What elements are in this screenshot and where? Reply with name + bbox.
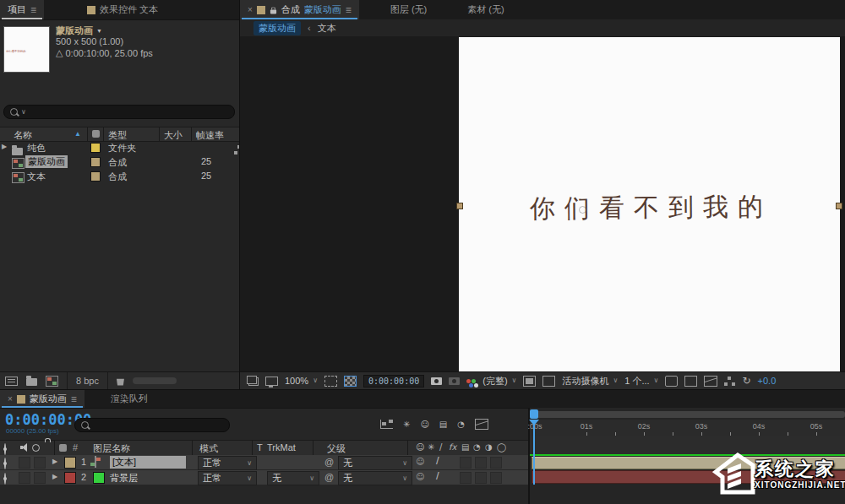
tab-layer[interactable]: 图层 (无) [383,0,434,19]
motion-blur-switch-icon[interactable]: ◔ [473,443,481,452]
adjustment-switch-icon[interactable]: ◑ [485,443,493,452]
parent-column[interactable]: 父级 [327,442,346,455]
exposure-value[interactable]: +0.0 [758,376,777,386]
t-column[interactable]: T [257,442,263,453]
layer-name[interactable]: 背景层 [110,472,138,485]
new-composition-icon[interactable] [46,376,58,387]
panel-menu-icon[interactable]: ≡ [30,4,36,16]
label-color-swatch[interactable] [90,143,101,153]
search-options-chevron-icon[interactable]: ∨ [21,109,26,116]
caret-down-icon[interactable]: ▼ [96,28,102,34]
canvas-text[interactable]: 你们看不到我的 [530,190,772,227]
mini-flowchart-icon[interactable] [724,377,735,386]
audio-toggle[interactable] [19,472,30,484]
layer-row[interactable]: ▶ 1 [文本] 正常 ∨ @ 无 ∨ ☺ / [0,455,528,469]
project-thumbnail[interactable]: 你们看不到我的 [3,26,50,73]
quality-toggle-icon[interactable]: / [436,457,439,465]
horizontal-scrollbar[interactable] [133,377,177,384]
channel-rgb-icon[interactable] [466,379,471,383]
expand-arrow-icon[interactable]: ▶ [2,143,7,150]
video-column-eye-icon[interactable] [4,443,6,455]
pickwhip-icon[interactable]: @ [324,457,334,467]
shy-toggle-icon[interactable]: ☺ [416,473,424,481]
lock-icon[interactable] [270,9,276,14]
tab-effect-controls[interactable]: 效果控件 文本 [79,0,166,19]
layer-visibility-eye-icon[interactable] [4,473,6,485]
frame-blend-icon[interactable]: ▤ [439,420,447,429]
solo-column-icon[interactable] [32,444,40,452]
table-row[interactable]: 文本 合成 25 [0,169,239,183]
tab-project[interactable]: 项目 ≡ [0,0,44,19]
draft-3d-icon[interactable]: ✳ [403,420,410,429]
comp-timecode[interactable]: 0:00:00:00 [363,375,424,387]
tab-footage[interactable]: 素材 (无) [460,0,511,19]
trkmat-dropdown[interactable]: 无 ∨ [267,471,319,485]
reset-exposure-icon[interactable]: ↻ [742,376,750,386]
mode-column[interactable]: 模式 [199,442,218,455]
tab-render-queue[interactable]: 渲染队列 [103,390,155,408]
layer-visibility-eye-icon[interactable] [4,458,6,469]
magnification-dropdown[interactable]: 100% ∨ [285,376,318,386]
panel-menu-icon[interactable]: ≡ [71,393,77,405]
comp-canvas[interactable]: 你们看不到我的 [459,37,840,371]
switch-box[interactable] [475,457,487,469]
layer-handle-left[interactable] [456,203,463,209]
comp-mini-flowchart-icon[interactable] [380,420,393,429]
audio-toggle[interactable] [19,457,30,469]
frame-blend-switch-icon[interactable]: ▤ [461,443,469,452]
switch-box[interactable] [460,472,472,484]
project-search-input[interactable]: ∨ [3,105,235,119]
view-layout-icon[interactable] [665,376,678,387]
solo-toggle[interactable] [34,457,46,469]
time-indicator-head[interactable] [530,409,538,419]
breadcrumb-current[interactable]: 蒙版动画 [254,21,301,35]
timeline-button-icon[interactable] [684,376,697,387]
trkmat-column[interactable]: TrkMat [267,442,296,453]
graph-editor-icon[interactable] [475,419,488,430]
screen-icon[interactable] [265,377,278,386]
table-row[interactable]: 蒙版动画 合成 25 [0,154,239,169]
layer-handle-right[interactable] [836,203,842,209]
row-name[interactable]: 蒙版动画 [25,155,68,168]
blend-mode-dropdown[interactable]: 正常 ∨ [198,456,257,470]
time-ruler[interactable]: :00s 01s 02s 03s 04s 05s [530,420,845,436]
parent-dropdown[interactable]: 无 ∨ [338,471,412,485]
view-count-dropdown[interactable]: 1 个... ∨ [624,375,658,387]
layer-label-swatch[interactable] [64,457,76,469]
snapshot-camera-icon[interactable] [431,377,442,385]
row-name[interactable]: 文本 [27,171,46,183]
switch-box[interactable] [460,457,472,469]
layer-name-column[interactable]: 图层名称 [93,442,130,455]
transparency-grid-icon[interactable] [344,376,357,387]
sort-asc-icon[interactable]: ▲ [74,130,81,138]
camera-view-dropdown[interactable]: 活动摄像机 ∨ [562,375,618,387]
comp-viewer[interactable]: 你们看不到我的 [240,36,845,371]
row-name[interactable]: 纯色 [27,142,46,154]
interpret-footage-icon[interactable] [5,377,18,386]
threed-switch-icon[interactable]: ◯ [497,443,506,452]
table-row[interactable]: ▶ 纯色 文件夹 [0,140,239,154]
switch-box[interactable] [490,472,502,484]
motion-blur-icon[interactable]: ◔ [457,420,465,429]
shy-toggle-icon[interactable]: ☺ [416,458,424,466]
show-snapshot-icon[interactable] [449,377,460,385]
shy-switch-icon[interactable]: ☺ [416,443,424,452]
index-column[interactable]: # [73,442,78,453]
always-preview-icon[interactable] [248,377,259,386]
solo-toggle[interactable] [34,472,46,484]
breadcrumb-nested[interactable]: 文本 [318,22,336,35]
timeline-search-input[interactable] [74,418,230,432]
resolution-dropdown[interactable]: (完整) ∨ [482,375,516,387]
anchor-point-icon[interactable] [579,206,586,214]
quality-switch-icon[interactable]: / [439,443,442,452]
fx-switch-icon[interactable]: fx [449,443,456,452]
playhead-line[interactable] [533,420,535,485]
close-icon[interactable]: × [248,5,253,14]
bit-depth-button[interactable]: 8 bpc [76,376,99,386]
timeline-navigator-bar[interactable] [532,411,845,418]
layer-row[interactable]: ▶ 2 背景层 正常 ∨ 无 ∨ @ 无 ∨ ☺ / [0,470,528,485]
pickwhip-icon[interactable]: @ [324,472,334,482]
label-color-swatch[interactable] [90,171,101,182]
blend-mode-dropdown[interactable]: 正常 ∨ [198,471,257,485]
col-label-icon[interactable] [92,130,100,138]
